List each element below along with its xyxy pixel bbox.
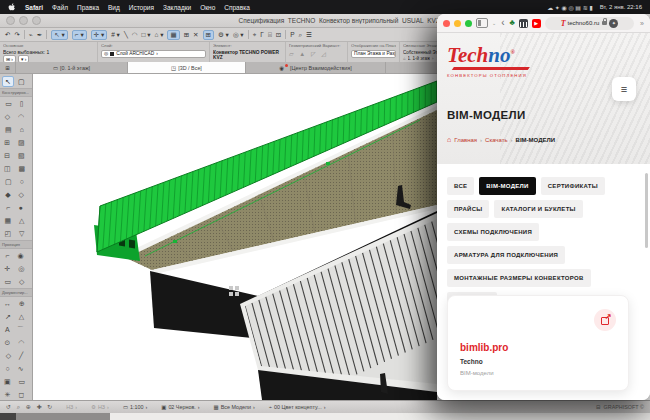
detail-icon[interactable]: ⊡: [276, 31, 281, 39]
tab-floor-plan[interactable]: ▭ [0. 1-й этаж]: [16, 62, 128, 73]
pinned-tab-chart-icon[interactable]: [519, 19, 528, 28]
back-button[interactable]: ‹: [501, 18, 504, 28]
arrow-tool-dropdown[interactable]: ↖ ▾: [51, 30, 68, 40]
logo-underline: [452, 67, 530, 70]
chevron-right-icon: ›: [432, 56, 433, 61]
breadcrumb-home-link[interactable]: Главная: [454, 137, 477, 143]
menu-window[interactable]: Окно: [200, 4, 215, 11]
close-button[interactable]: [443, 20, 450, 27]
design-tools-grid[interactable]: ▭ ▯ ◇ ◠ ▤ ⌂ ⊞ ▨ ⊟ ▧ ◫ ▩ ▢ ○ ◆ ◇ ⌐ ● ▦ △ …: [0, 97, 32, 240]
quick-option-fill[interactable]: ⚙ НЗ›: [91, 404, 109, 410]
view-navigation-icons[interactable]: ↺ ⌕ ⊕ ✚ ↻: [6, 403, 54, 411]
toolbox-section-design[interactable]: Конструиров...: [0, 88, 32, 97]
bimlib-card[interactable]: ↗ bimlib.pro Techno BIM-модели: [447, 295, 629, 391]
menu-edit[interactable]: Правка: [77, 4, 99, 11]
status-icons[interactable]: ☁ ✦ ◉ ◎ ▤ ≋ ▮: [547, 4, 593, 11]
section-icon[interactable]: Γ: [260, 31, 264, 38]
menu-safari[interactable]: Safari: [25, 4, 43, 11]
breadcrumb-download-link[interactable]: Скачать: [485, 137, 508, 143]
minimize-button[interactable]: [19, 16, 28, 25]
story-name[interactable]: 1. 1-й этаж: [408, 56, 431, 61]
filter-all[interactable]: ВСЕ: [447, 177, 474, 195]
schedule-icon[interactable]: ▦: [167, 30, 179, 40]
quick-option-pen[interactable]: НЗ›: [66, 404, 77, 410]
organizer-icon[interactable]: ☰: [306, 31, 312, 39]
filter-mounting-dimensions[interactable]: МОНТАЖНЫЕ РАЗМЕРЫ КОНВЕКТОРОВ: [447, 269, 591, 287]
play-icon: ▶: [534, 20, 538, 26]
hamburger-menu-button[interactable]: ≡: [612, 77, 636, 101]
menu-history[interactable]: История: [129, 4, 154, 11]
line-tool-icon[interactable]: ╲: [124, 31, 128, 39]
card-title-link[interactable]: bimlib.pro: [460, 342, 508, 353]
move-tool-dropdown[interactable]: ✛ ▾: [91, 30, 108, 40]
undo-icon[interactable]: ↶: [5, 31, 10, 39]
zoom-button[interactable]: [465, 20, 472, 27]
camera-icon[interactable]: ⌸: [268, 31, 272, 39]
select-tool[interactable]: ↖: [2, 76, 14, 87]
element-name[interactable]: Конвектор TECHNO POWER KVZ: [213, 50, 282, 61]
printer-icon[interactable]: ⊟: [596, 404, 601, 410]
filter-connection-schemes[interactable]: СХЕМЫ ПОДКЛЮЧЕНИЯ: [447, 223, 539, 241]
graphic-override-selector[interactable]: ⌁ 00 Цвет концепту...›: [269, 404, 326, 410]
projection-tools-grid[interactable]: ⌐ ◉ ✛ ◎ ▭ ◇: [0, 249, 32, 288]
tab-3d-all[interactable]: ◳ [3D / Все]: [128, 62, 246, 73]
toolbox-section-projection[interactable]: Проекция: [0, 240, 32, 249]
publisher-icon[interactable]: Р: [290, 31, 294, 38]
grid-view-icon[interactable]: ⊞: [203, 30, 214, 40]
chevron-down-icon[interactable]: ⌄: [492, 20, 496, 26]
layer-combination-selector[interactable]: ▣ 02 Чернов.›: [161, 404, 199, 410]
find-icon[interactable]: ⌕: [299, 31, 303, 39]
filter-certificates[interactable]: СЕРТИФИКАТЫ: [541, 177, 605, 195]
close-button[interactable]: [6, 16, 15, 25]
page-title: BIM-МОДЕЛИ: [447, 109, 525, 121]
techno-logo[interactable]: Techno® КОНВЕКТОРЫ ОТОПЛЕНИЯ: [447, 45, 529, 78]
toolbar-overflow-icon[interactable]: »: [640, 20, 644, 27]
address-bar[interactable]: T techno60.ru ✦: [545, 17, 634, 30]
home-icon[interactable]: ⌂: [447, 136, 451, 143]
box-tool-dropdown[interactable]: □ ▾: [141, 31, 150, 39]
tab-overview-button[interactable]: ⊞: [0, 62, 16, 73]
settings-dropdown[interactable]: ⚙ ▾: [218, 31, 229, 39]
minimize-button[interactable]: [454, 20, 461, 27]
filter-fittings[interactable]: АРМАТУРА ДЛЯ ПОДКЛЮЧЕНИЯ: [447, 246, 565, 264]
marquee-tool[interactable]: ▢: [16, 77, 27, 86]
grid-snap-dropdown[interactable]: # ▾: [111, 31, 120, 39]
menu-help[interactable]: Справка: [224, 4, 250, 11]
document-tools-grid[interactable]: ↔ ⊕ ↗ △ A ⌒ ⊙ ◠ ◇ ╱ ○ ∿ ▣ ▭ ✳ ◻: [0, 297, 32, 400]
scale-selector[interactable]: ▭ 1:100›: [123, 404, 147, 410]
sidebar-icon[interactable]: [476, 18, 488, 28]
toolbox-section-document[interactable]: Документир...: [0, 288, 32, 297]
menu-clock[interactable]: Вт, 2 янв. 22:16: [600, 4, 642, 10]
filter-catalogs[interactable]: КАТАЛОГИ И БУКЛЕТЫ: [494, 200, 582, 218]
pick-parameters-icon[interactable]: ⌁: [29, 31, 33, 39]
external-link-button[interactable]: ↗: [594, 309, 616, 331]
menu-view[interactable]: Вид: [108, 4, 120, 11]
zoom-button[interactable]: [32, 16, 41, 25]
tab-interaction-center[interactable]: ◉ [Центр Взаимодействия]: [246, 62, 386, 73]
menu-bookmarks[interactable]: Закладки: [163, 4, 191, 11]
roof-tool-dropdown[interactable]: ⌂ ▾: [154, 31, 163, 39]
table-icon[interactable]: ⊞: [184, 31, 189, 39]
floorplan-display-selector[interactable]: План Этажа и Разрез... ›: [351, 50, 396, 58]
model-view-selector[interactable]: ▦ Все Модели›: [214, 404, 255, 410]
apple-icon[interactable]: [8, 3, 16, 12]
pinned-tab-tree-icon[interactable]: ♣: [510, 19, 515, 27]
arc-tool-icon[interactable]: ◠: [132, 31, 138, 39]
layer-selector[interactable]: ◎ Слой ARCHICAD ›: [101, 50, 206, 58]
render-dropdown[interactable]: ◎ ▾: [233, 31, 244, 39]
filter-bim-models[interactable]: BIM-МОДЕЛИ: [479, 177, 535, 195]
marker-icon[interactable]: ⌖: [253, 31, 257, 39]
delete-icon[interactable]: ✕: [193, 31, 198, 39]
menu-file[interactable]: Файл: [52, 4, 68, 11]
marquee-tool-dropdown[interactable]: ⌐ ▾: [72, 30, 87, 40]
pinned-tab-youtube-icon[interactable]: ▶: [532, 19, 541, 28]
section-label: Слой:: [101, 43, 206, 48]
filter-prices[interactable]: ПРАЙСЫ: [447, 200, 489, 218]
eye-icon[interactable]: ◎: [104, 51, 108, 56]
extension-icon[interactable]: ✦: [609, 19, 618, 28]
inject-parameters-icon[interactable]: ✒: [37, 31, 42, 39]
redo-icon[interactable]: ↷: [14, 31, 19, 39]
scrollbar[interactable]: [645, 173, 648, 248]
geometry-method-icons[interactable]: ▱ ▲ ◸ ◿: [289, 50, 344, 57]
breadcrumb-current: BIM-МОДЕЛИ: [516, 137, 555, 143]
